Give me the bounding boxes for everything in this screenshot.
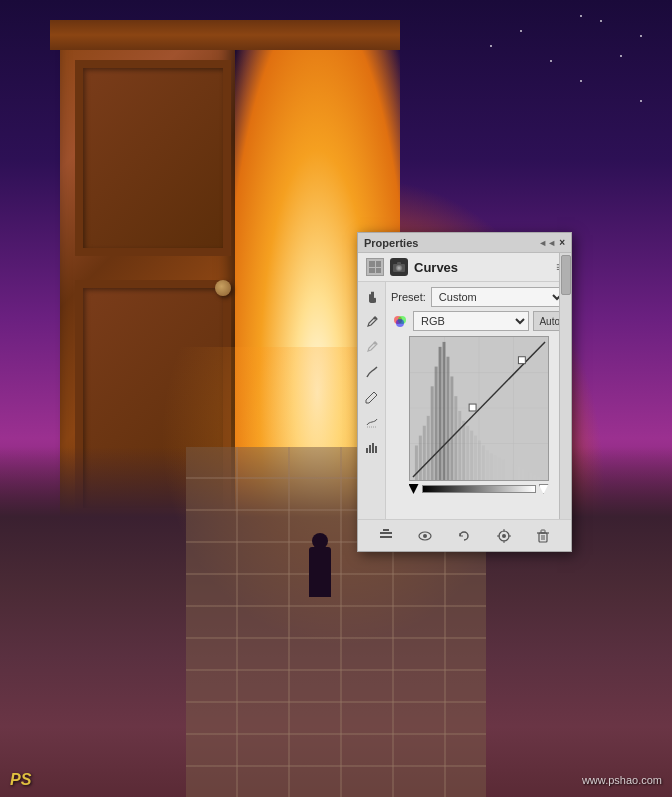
panel-titlebar: Properties ◄◄ ×: [358, 233, 571, 253]
curves-icon[interactable]: [390, 258, 408, 276]
watermark-ps: PS: [10, 771, 31, 789]
curves-header: Curves ≡: [358, 253, 571, 282]
delete-btn[interactable]: [532, 525, 554, 547]
watermark: PS www.pshao.com: [0, 771, 672, 789]
panel-title: Properties: [364, 237, 418, 249]
curves-graph[interactable]: [409, 336, 549, 481]
person-body: [309, 547, 331, 597]
preset-row: Preset: DefaultCustomStrong ContrastLigh…: [391, 287, 566, 307]
adjustment-layers-icon[interactable]: [366, 258, 384, 276]
svg-rect-9: [375, 446, 377, 453]
curve-line: [410, 337, 548, 480]
rgb-row: RGBRedGreenBlue Auto: [391, 311, 566, 331]
door-knob: [215, 280, 231, 296]
curves-title: Curves: [414, 260, 458, 275]
grid-cell: [369, 261, 375, 267]
svg-rect-54: [380, 532, 392, 534]
panel-scrollbar[interactable]: [559, 253, 571, 519]
eye-btn[interactable]: [493, 525, 515, 547]
svg-point-2: [398, 267, 401, 270]
svg-rect-53: [518, 357, 525, 364]
svg-point-60: [502, 534, 506, 538]
watermark-url: www.pshao.com: [582, 774, 662, 786]
person-silhouette: [305, 527, 335, 597]
svg-rect-67: [541, 530, 545, 533]
scrollbar-thumb[interactable]: [561, 255, 571, 295]
clip-to-layer-btn[interactable]: [375, 525, 397, 547]
reset-btn[interactable]: [453, 525, 475, 547]
black-point[interactable]: [409, 484, 419, 494]
curve-tool-btn[interactable]: [362, 362, 382, 382]
gradient-bar: [422, 485, 536, 493]
white-point[interactable]: [539, 484, 549, 494]
bottom-toolbar: [358, 519, 571, 551]
grid-cell: [376, 268, 382, 274]
histogram-tool-btn[interactable]: [362, 437, 382, 457]
center-area: Preset: DefaultCustomStrong ContrastLigh…: [386, 282, 571, 519]
svg-rect-6: [366, 448, 368, 453]
svg-rect-65: [539, 533, 547, 542]
svg-point-12: [396, 319, 404, 327]
channel-select[interactable]: RGBRedGreenBlue: [413, 311, 529, 331]
svg-rect-55: [380, 536, 392, 538]
svg-point-58: [423, 534, 427, 538]
grid-cell: [376, 261, 382, 267]
properties-panel: Properties ◄◄ × Curves ≡: [357, 232, 572, 552]
door-frame-top: [50, 20, 400, 50]
preset-select[interactable]: DefaultCustomStrong ContrastLighterDarke…: [431, 287, 566, 307]
panel-body: Preset: DefaultCustomStrong ContrastLigh…: [358, 282, 571, 519]
pencil-tool-btn[interactable]: [362, 387, 382, 407]
panel-title-icons: ◄◄ ×: [538, 237, 565, 248]
finger-tool-btn[interactable]: [362, 287, 382, 307]
svg-rect-7: [369, 445, 371, 453]
eyedropper-white-btn[interactable]: [362, 337, 382, 357]
eyedropper-tool-btn[interactable]: [362, 312, 382, 332]
panel-title-left: Properties: [364, 237, 418, 249]
left-toolbar: [358, 282, 386, 519]
close-button[interactable]: ×: [559, 237, 565, 248]
svg-point-5: [373, 342, 376, 345]
preset-label: Preset:: [391, 291, 426, 303]
collapse-icon[interactable]: ◄◄: [538, 238, 556, 248]
grid-cell: [369, 268, 375, 274]
svg-rect-52: [469, 404, 476, 411]
svg-rect-3: [397, 262, 401, 265]
svg-rect-8: [372, 443, 374, 453]
smooth-tool-btn[interactable]: [362, 412, 382, 432]
channel-icon: [391, 312, 409, 330]
svg-point-4: [373, 317, 376, 320]
svg-rect-56: [383, 529, 389, 531]
visibility-btn[interactable]: [414, 525, 436, 547]
gradient-bar-container: [409, 484, 549, 494]
